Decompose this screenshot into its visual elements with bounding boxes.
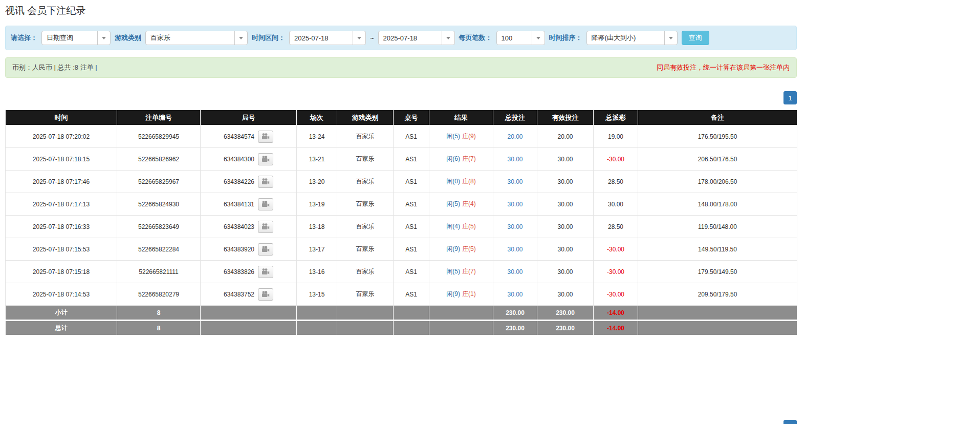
subtotal-total-bet: 230.00 <box>493 306 537 321</box>
cell-result: 闲(5)庄(9) <box>429 125 493 148</box>
cell-session: 13-19 <box>297 193 337 216</box>
cell-table-no: AS1 <box>394 261 429 283</box>
video-camera-icon <box>262 246 270 252</box>
video-replay-button[interactable] <box>258 243 273 256</box>
table-header-row: 时间 注单编号 局号 场次 游戏类别 桌号 结果 总投注 有效投注 总派彩 备注 <box>6 110 797 125</box>
cell-payout: -30.00 <box>594 261 638 283</box>
cell-time: 2025-07-18 07:14:53 <box>6 283 117 306</box>
page-size-value: 100 <box>497 34 532 42</box>
cell-table-no: AS1 <box>394 125 429 148</box>
cell-valid-bet: 30.00 <box>537 216 594 238</box>
cell-session: 13-16 <box>297 261 337 283</box>
result-banker: 庄(8) <box>462 178 476 185</box>
page-1-button[interactable]: 1 <box>783 91 797 104</box>
total-bet-link[interactable]: 30.00 <box>507 291 522 298</box>
video-replay-button[interactable] <box>258 266 273 278</box>
cell-time: 2025-07-18 07:20:02 <box>6 125 117 148</box>
video-replay-button[interactable] <box>258 288 273 301</box>
total-bet-link[interactable]: 20.00 <box>507 133 522 140</box>
result-banker: 庄(7) <box>462 268 476 275</box>
summary-bar: 币别：人民币 | 总共 :8 注单 | 同局有效投注，统一计算在该局第一张注单内 <box>5 57 797 78</box>
page-size-label: 每页笔数： <box>459 33 492 43</box>
cell-result: 闲(6)庄(7) <box>429 148 493 171</box>
chevron-down-icon[interactable] <box>234 31 247 45</box>
video-camera-icon <box>262 133 270 140</box>
cell-bet-id: 522665820279 <box>117 283 201 306</box>
chevron-down-icon[interactable] <box>664 31 677 45</box>
video-replay-button[interactable] <box>258 176 273 188</box>
subtotal-payout: -14.00 <box>594 306 638 321</box>
video-replay-button[interactable] <box>258 221 273 233</box>
total-bet-link[interactable]: 30.00 <box>507 156 522 163</box>
result-banker: 庄(4) <box>462 200 476 207</box>
video-replay-button[interactable] <box>258 131 273 143</box>
result-player: 闲(9) <box>446 245 460 252</box>
cell-total-bet: 30.00 <box>493 193 537 216</box>
cell-session: 13-18 <box>297 216 337 238</box>
video-camera-icon <box>262 291 270 298</box>
cell-remark: 176.50/195.50 <box>638 125 797 148</box>
query-type-select[interactable]: 日期查询 <box>41 31 111 45</box>
header-table-no: 桌号 <box>394 110 429 125</box>
result-player: 闲(0) <box>446 178 460 185</box>
round-id-text: 634384574 <box>224 133 254 140</box>
cell-payout: -30.00 <box>594 148 638 171</box>
chevron-down-icon[interactable] <box>97 31 110 45</box>
total-row: 总计 8 230.00 230.00 -14.00 <box>6 321 797 335</box>
cell-time: 2025-07-18 07:16:33 <box>6 216 117 238</box>
cell-result: 闲(9)庄(1) <box>429 283 493 306</box>
time-range-label: 时间区间： <box>252 33 285 43</box>
cell-payout: -30.00 <box>594 283 638 306</box>
result-player: 闲(4) <box>446 223 460 230</box>
cell-round-id: 634384300 <box>201 148 297 171</box>
date-to-select[interactable]: 2025-07-18 <box>378 31 455 45</box>
total-bet-link[interactable]: 30.00 <box>507 223 522 230</box>
cell-bet-id: 522665824930 <box>117 193 201 216</box>
header-time: 时间 <box>6 110 117 125</box>
total-bet-link[interactable]: 30.00 <box>507 268 522 275</box>
video-replay-button[interactable] <box>258 198 273 210</box>
page-title: 视讯 会员下注纪录 <box>5 4 797 17</box>
video-replay-button[interactable] <box>258 153 273 165</box>
search-button[interactable]: 查询 <box>682 31 709 45</box>
cell-result: 闲(4)庄(5) <box>429 216 493 238</box>
cell-time: 2025-07-18 07:15:18 <box>6 261 117 283</box>
game-category-select[interactable]: 百家乐 <box>145 31 248 45</box>
cell-table-no: AS1 <box>394 193 429 216</box>
total-valid-bet: 230.00 <box>537 321 594 335</box>
game-category-value: 百家乐 <box>146 33 234 43</box>
total-label: 总计 <box>6 321 117 335</box>
page-size-select[interactable]: 100 <box>496 31 545 45</box>
date-from-select[interactable]: 2025-07-18 <box>289 31 366 45</box>
cell-valid-bet: 30.00 <box>537 148 594 171</box>
page-1-button-bottom[interactable]: 1 <box>783 420 797 424</box>
cell-remark: 148.00/178.00 <box>638 193 797 216</box>
cell-total-bet: 20.00 <box>493 125 537 148</box>
header-bet-id: 注单编号 <box>117 110 201 125</box>
total-total-bet: 230.00 <box>493 321 537 335</box>
time-sort-select[interactable]: 降幂(由大到小) <box>586 31 678 45</box>
total-count: 8 <box>117 321 201 335</box>
cell-round-id: 634384574 <box>201 125 297 148</box>
cell-result: 闲(0)庄(8) <box>429 171 493 193</box>
filter-bar: 请选择： 日期查询 游戏类别 百家乐 时间区间： 2025-07-18 ~ 20… <box>5 26 797 50</box>
round-id-text: 634384023 <box>224 223 254 230</box>
video-camera-icon <box>262 156 270 162</box>
date-from-value: 2025-07-18 <box>290 34 353 42</box>
result-banker: 庄(7) <box>462 155 476 162</box>
round-id-text: 634384300 <box>224 156 254 163</box>
total-bet-link[interactable]: 30.00 <box>507 178 522 185</box>
table-row: 2025-07-18 07:15:53 522665822284 6343839… <box>6 238 797 261</box>
cell-game-category: 百家乐 <box>337 283 394 306</box>
total-bet-link[interactable]: 30.00 <box>507 201 522 208</box>
chevron-down-icon[interactable] <box>353 31 365 45</box>
cell-result: 闲(5)庄(7) <box>429 261 493 283</box>
chevron-down-icon[interactable] <box>442 31 454 45</box>
total-bet-link[interactable]: 30.00 <box>507 246 522 253</box>
time-sort-value: 降幂(由大到小) <box>587 33 664 43</box>
result-player: 闲(5) <box>446 133 460 140</box>
chevron-down-icon[interactable] <box>532 31 545 45</box>
result-banker: 庄(1) <box>462 290 476 298</box>
cell-remark: 206.50/176.50 <box>638 148 797 171</box>
cell-valid-bet: 20.00 <box>537 125 594 148</box>
